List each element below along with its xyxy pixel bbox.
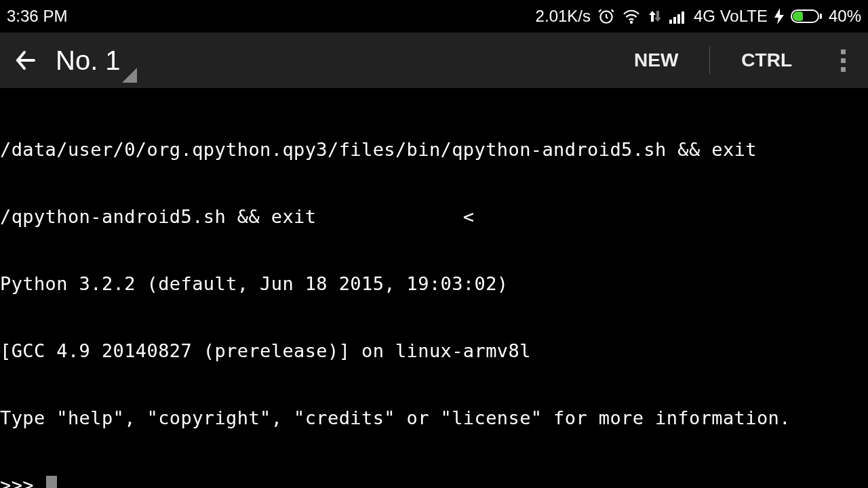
svg-rect-4 <box>677 14 680 24</box>
ctrl-key-button[interactable]: CTRL <box>725 47 808 74</box>
terminal-output[interactable]: /data/user/0/org.qpython.qpy3/files/bin/… <box>0 88 868 488</box>
text-cursor <box>46 476 57 488</box>
signal-icon <box>669 9 687 24</box>
svg-rect-5 <box>682 12 684 24</box>
terminal-line: Type "help", "copyright", "credits" or "… <box>0 407 868 429</box>
wifi-icon <box>622 9 641 24</box>
battery-percent: 40% <box>829 7 861 26</box>
kebab-icon <box>841 49 846 72</box>
svg-point-1 <box>631 22 632 23</box>
svg-rect-2 <box>669 20 672 24</box>
android-status-bar: 3:36 PM 2.01K/s 4G VoLTE <box>0 0 868 33</box>
dropdown-triangle-icon <box>122 68 137 83</box>
status-right-cluster: 2.01K/s 4G VoLTE <box>536 7 861 26</box>
terminal-line: /data/user/0/org.qpython.qpy3/files/bin/… <box>0 138 868 161</box>
session-title: No. 1 <box>56 45 121 76</box>
terminal-line: [GCC 4.9 20140827 (prerelease)] on linux… <box>0 340 868 362</box>
battery-icon <box>791 9 822 23</box>
session-selector[interactable]: No. 1 <box>56 45 603 76</box>
terminal-app-bar: No. 1 NEW CTRL <box>0 33 868 88</box>
toolbar-divider <box>709 47 710 74</box>
back-button[interactable] <box>14 47 41 74</box>
terminal-line: /qpython-android5.sh && exit < <box>0 205 868 228</box>
overflow-menu-button[interactable] <box>827 45 859 76</box>
python-prompt: >>> <box>0 474 34 488</box>
charging-icon <box>774 8 784 24</box>
terminal-line: Python 3.2.2 (default, Jun 18 2015, 19:0… <box>0 272 868 295</box>
terminal-prompt-row: >>> <box>0 474 868 488</box>
network-speed: 2.01K/s <box>536 7 591 26</box>
status-time: 3:36 PM <box>7 7 67 26</box>
data-arrows-icon <box>648 8 663 24</box>
alarm-icon <box>597 7 615 25</box>
svg-rect-3 <box>673 17 676 24</box>
new-session-button[interactable]: NEW <box>618 47 694 74</box>
network-type-label: 4G VoLTE <box>694 7 768 26</box>
